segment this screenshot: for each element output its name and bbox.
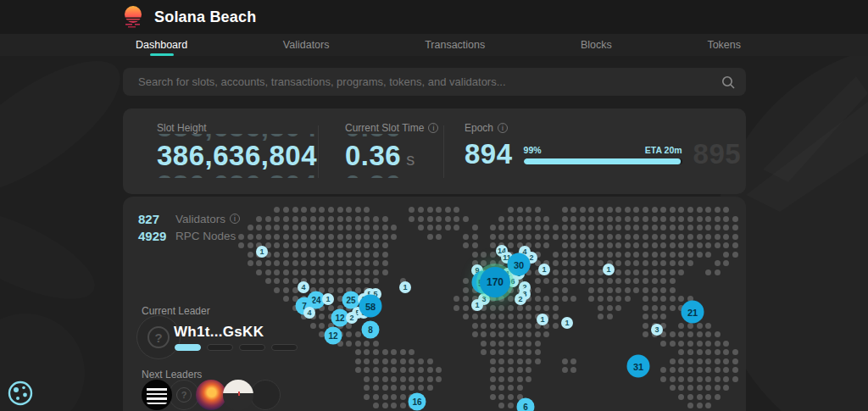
leader-progress-segment <box>175 344 201 351</box>
epoch-progress-fill <box>524 158 681 164</box>
tab-blocks[interactable]: Blocks <box>581 34 612 56</box>
epoch-stat: Epoch 894 99% ETA 20m 895 <box>465 122 741 169</box>
map-cluster-bubble[interactable]: 4 <box>303 307 315 319</box>
slot-time-value: 0.36 <box>345 141 401 171</box>
sunset-logo-icon <box>120 4 146 30</box>
nav-tabs: DashboardValidatorsTransactionsBlocksTok… <box>136 34 741 56</box>
map-cluster-bubble[interactable]: 1 <box>538 264 550 275</box>
page-title: Solana Beach <box>154 8 256 26</box>
next-leader-avatar-2[interactable] <box>169 380 199 410</box>
leader-slot-progress <box>175 344 298 351</box>
tab-dashboard[interactable]: Dashboard <box>136 34 187 56</box>
next-leader-avatar-1[interactable] <box>142 380 172 410</box>
slot-time-label: Current Slot Time <box>345 122 424 134</box>
current-leader-label: Current Leader <box>142 305 210 317</box>
main-nav: DashboardValidatorsTransactionsBlocksTok… <box>0 34 868 56</box>
validators-count: 827 <box>138 212 175 226</box>
map-cluster-bubble[interactable]: 1 <box>537 314 548 325</box>
epoch-label: Epoch <box>465 122 493 134</box>
map-cluster-bubble[interactable]: 1 <box>322 293 334 305</box>
info-icon[interactable] <box>428 123 438 133</box>
epoch-next: 895 <box>693 139 742 169</box>
map-cluster-bubble[interactable]: 30 <box>508 253 531 276</box>
map-cluster-bubble[interactable]: 2 <box>515 293 526 305</box>
info-icon[interactable] <box>230 214 240 224</box>
map-cluster-bubble[interactable]: 3 <box>651 324 663 336</box>
leader-progress-segment <box>239 344 265 351</box>
divider <box>318 125 319 178</box>
tab-tokens[interactable]: Tokens <box>707 34 741 56</box>
next-leader-avatar-4[interactable] <box>223 380 253 410</box>
divider <box>443 125 444 178</box>
network-stats-card: Slot Height 386,636,804 386,636,804 386,… <box>123 108 746 194</box>
map-cluster-bubble[interactable]: 1 <box>603 264 615 275</box>
question-mark-icon <box>176 387 192 403</box>
epoch-current: 894 <box>465 139 513 169</box>
rpc-nodes-label: RPC Nodes <box>175 230 236 242</box>
map-cluster-bubble[interactable]: 8 <box>362 321 380 339</box>
question-mark-icon <box>147 326 170 348</box>
map-cluster-bubble[interactable]: 170 <box>480 267 510 297</box>
map-cluster-bubble[interactable]: 1 <box>256 246 268 258</box>
slot-height-label: Slot Height <box>157 122 317 134</box>
validators-label: Validators <box>175 213 225 225</box>
map-cluster-bubble[interactable]: 1 <box>399 281 411 293</box>
info-icon[interactable] <box>498 123 508 133</box>
map-cluster-bubble[interactable]: 4 <box>298 281 309 293</box>
map-cluster-bubble[interactable]: 21 <box>682 301 704 324</box>
epoch-percent: 99% <box>524 145 542 155</box>
epoch-progress-bar <box>524 158 682 164</box>
rpc-nodes-count: 4929 <box>138 229 175 243</box>
map-cluster-bubble[interactable]: 31 <box>627 355 650 378</box>
search-icon[interactable] <box>721 75 736 90</box>
map-cluster-bubble[interactable]: 16 <box>409 393 426 411</box>
validator-map-card: 827 Validators 4929 RPC Nodes 1412417425… <box>123 197 746 411</box>
app-header: Solana Beach <box>0 0 868 34</box>
map-cluster-bubble[interactable]: 6 <box>517 398 535 411</box>
map-cluster-bubble[interactable]: 58 <box>359 295 382 318</box>
next-leaders-label: Next Leaders <box>142 369 202 380</box>
tab-transactions[interactable]: Transactions <box>425 34 485 56</box>
solana-beach-app: Solana Beach DashboardValidatorsTransact… <box>0 0 868 411</box>
slot-time-stat: Current Slot Time 0.36 0.36 0.36 s <box>345 122 438 178</box>
map-cluster-bubble[interactable]: 1 <box>471 299 483 311</box>
leader-progress-segment <box>207 344 233 351</box>
epoch-eta: ETA 20m <box>645 145 682 155</box>
map-cluster-bubble[interactable]: 12 <box>325 327 342 345</box>
search-bar[interactable] <box>123 68 746 96</box>
cookie-settings-icon[interactable] <box>5 378 36 408</box>
next-leader-avatar-5[interactable] <box>250 380 281 410</box>
map-counts: 827 Validators 4929 RPC Nodes <box>138 210 240 244</box>
slot-height-value: 386,636,804 <box>157 141 317 171</box>
next-leader-avatar-3[interactable] <box>196 380 226 410</box>
map-cluster-bubble[interactable]: 1 <box>561 317 573 329</box>
map-cluster-bubble[interactable]: 2 <box>346 312 358 324</box>
leader-progress-segment <box>271 344 298 351</box>
current-leader-name: Wh1t...GsKK <box>174 324 264 341</box>
next-leaders-row <box>142 380 277 410</box>
active-tab-underline <box>150 53 174 56</box>
search-input[interactable] <box>136 75 721 89</box>
tab-validators[interactable]: Validators <box>283 34 330 56</box>
slot-height-stat: Slot Height 386,636,804 386,636,804 386,… <box>157 122 317 178</box>
slot-time-unit: s <box>406 150 415 169</box>
